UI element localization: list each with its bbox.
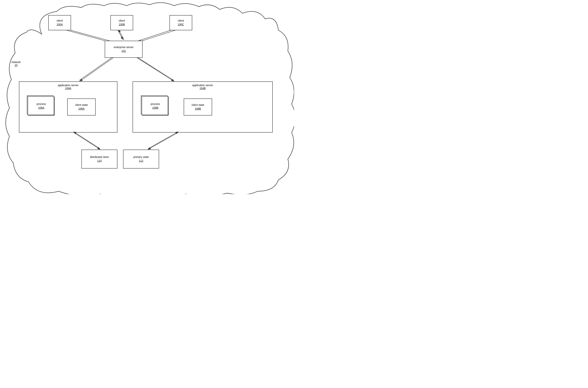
client-100c-box: client 100C	[170, 15, 192, 30]
diagram: network 10 client 100A client 100B clien…	[0, 0, 294, 194]
app-server-104b-label: application server 104B	[192, 84, 213, 90]
app-server-104a-label: application server 104A	[58, 84, 79, 90]
process-106b-box: process 106B	[142, 97, 169, 116]
distributed-store-box: distributed store 110	[81, 150, 117, 169]
client-100b-box: client 100B	[110, 15, 133, 30]
client-state-108a-box: client state 108A	[67, 98, 96, 116]
client-state-108b-box: client state 108B	[184, 98, 212, 116]
primary-state-box: primary state 112	[123, 150, 159, 169]
enterprise-server-box: enterprise server 102	[105, 41, 143, 58]
client-100a-box: client 100A	[48, 15, 71, 30]
process-106a-box: process 106A	[28, 97, 54, 116]
network-label: network 10	[11, 61, 21, 67]
